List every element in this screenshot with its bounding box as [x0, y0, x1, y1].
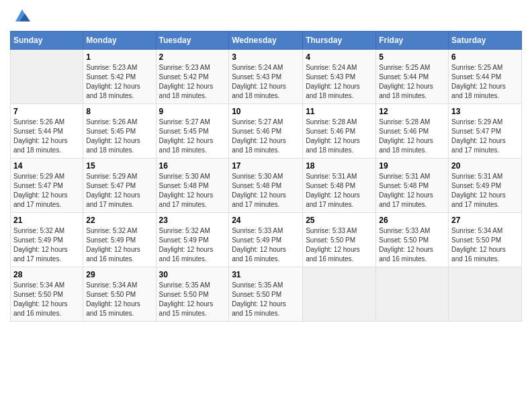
day-number: 12 — [379, 107, 445, 116]
day-number: 18 — [306, 161, 373, 171]
day-info: Sunrise: 5:26 AM Sunset: 5:44 PM Dayligh… — [13, 118, 80, 155]
day-number: 13 — [451, 107, 519, 116]
calendar-week-row: 7Sunrise: 5:26 AM Sunset: 5:44 PM Daylig… — [11, 104, 522, 158]
day-number: 10 — [232, 107, 300, 116]
day-number: 7 — [13, 107, 80, 116]
day-info: Sunrise: 5:29 AM Sunset: 5:47 PM Dayligh… — [451, 118, 519, 155]
calendar-cell: 7Sunrise: 5:26 AM Sunset: 5:44 PM Daylig… — [11, 104, 83, 158]
day-info: Sunrise: 5:33 AM Sunset: 5:50 PM Dayligh… — [379, 226, 445, 264]
calendar-week-row: 28Sunrise: 5:34 AM Sunset: 5:50 PM Dayli… — [11, 267, 522, 322]
calendar-cell: 3Sunrise: 5:24 AM Sunset: 5:43 PM Daylig… — [229, 50, 303, 104]
day-info: Sunrise: 5:26 AM Sunset: 5:45 PM Dayligh… — [86, 118, 152, 155]
calendar-cell: 11Sunrise: 5:28 AM Sunset: 5:46 PM Dayli… — [303, 104, 376, 158]
day-number: 19 — [379, 161, 445, 171]
day-info: Sunrise: 5:28 AM Sunset: 5:46 PM Dayligh… — [379, 118, 445, 155]
calendar-cell: 4Sunrise: 5:24 AM Sunset: 5:43 PM Daylig… — [303, 50, 376, 104]
calendar-cell: 31Sunrise: 5:35 AM Sunset: 5:50 PM Dayli… — [229, 267, 303, 322]
calendar-cell — [303, 267, 376, 322]
calendar-cell — [376, 267, 449, 322]
day-number: 31 — [232, 270, 300, 279]
calendar-cell: 18Sunrise: 5:31 AM Sunset: 5:48 PM Dayli… — [303, 158, 376, 213]
day-number: 3 — [232, 52, 300, 62]
calendar-day-header: Monday — [83, 32, 156, 50]
day-info: Sunrise: 5:27 AM Sunset: 5:46 PM Dayligh… — [232, 118, 300, 155]
day-info: Sunrise: 5:34 AM Sunset: 5:50 PM Dayligh… — [13, 281, 80, 318]
day-info: Sunrise: 5:32 AM Sunset: 5:49 PM Dayligh… — [159, 226, 226, 264]
calendar-day-header: Saturday — [449, 32, 522, 50]
day-number: 2 — [159, 52, 226, 62]
day-number: 26 — [379, 216, 445, 225]
calendar-week-row: 21Sunrise: 5:32 AM Sunset: 5:49 PM Dayli… — [11, 213, 522, 267]
day-number: 30 — [159, 270, 226, 279]
day-number: 9 — [159, 107, 226, 116]
day-number: 20 — [451, 161, 519, 171]
calendar-cell: 25Sunrise: 5:33 AM Sunset: 5:50 PM Dayli… — [303, 213, 376, 267]
day-number: 22 — [86, 216, 152, 225]
calendar-cell: 1Sunrise: 5:23 AM Sunset: 5:42 PM Daylig… — [83, 50, 156, 104]
calendar-cell: 21Sunrise: 5:32 AM Sunset: 5:49 PM Dayli… — [11, 213, 83, 267]
calendar-cell: 10Sunrise: 5:27 AM Sunset: 5:46 PM Dayli… — [229, 104, 303, 158]
calendar-cell: 5Sunrise: 5:25 AM Sunset: 5:44 PM Daylig… — [376, 50, 449, 104]
day-number: 15 — [86, 161, 152, 171]
day-number: 27 — [451, 216, 519, 225]
day-number: 29 — [86, 270, 152, 279]
calendar-day-header: Tuesday — [156, 32, 229, 50]
calendar-day-header: Friday — [376, 32, 449, 50]
calendar-table: SundayMondayTuesdayWednesdayThursdayFrid… — [10, 31, 522, 322]
day-number: 1 — [86, 52, 152, 62]
day-info: Sunrise: 5:23 AM Sunset: 5:42 PM Dayligh… — [159, 63, 226, 101]
day-number: 11 — [306, 107, 373, 116]
day-number: 6 — [451, 52, 519, 62]
calendar-day-header: Thursday — [303, 32, 376, 50]
day-info: Sunrise: 5:30 AM Sunset: 5:48 PM Dayligh… — [232, 172, 300, 210]
day-info: Sunrise: 5:33 AM Sunset: 5:50 PM Dayligh… — [306, 226, 373, 264]
day-number: 5 — [379, 52, 445, 62]
calendar-day-header: Sunday — [11, 32, 83, 50]
day-info: Sunrise: 5:32 AM Sunset: 5:49 PM Dayligh… — [13, 226, 80, 264]
calendar-cell: 19Sunrise: 5:31 AM Sunset: 5:48 PM Dayli… — [376, 158, 449, 213]
calendar-cell: 12Sunrise: 5:28 AM Sunset: 5:46 PM Dayli… — [376, 104, 449, 158]
calendar-cell: 30Sunrise: 5:35 AM Sunset: 5:50 PM Dayli… — [156, 267, 229, 322]
calendar-cell: 29Sunrise: 5:34 AM Sunset: 5:50 PM Dayli… — [83, 267, 156, 322]
day-info: Sunrise: 5:24 AM Sunset: 5:43 PM Dayligh… — [232, 63, 300, 101]
day-info: Sunrise: 5:30 AM Sunset: 5:48 PM Dayligh… — [159, 172, 226, 210]
day-number: 28 — [13, 270, 80, 279]
day-info: Sunrise: 5:33 AM Sunset: 5:49 PM Dayligh… — [232, 226, 300, 264]
calendar-cell: 27Sunrise: 5:34 AM Sunset: 5:50 PM Dayli… — [449, 213, 522, 267]
day-info: Sunrise: 5:29 AM Sunset: 5:47 PM Dayligh… — [13, 172, 80, 210]
calendar-cell: 28Sunrise: 5:34 AM Sunset: 5:50 PM Dayli… — [11, 267, 83, 322]
page-header — [10, 7, 522, 26]
day-info: Sunrise: 5:25 AM Sunset: 5:44 PM Dayligh… — [451, 63, 519, 101]
calendar-cell: 2Sunrise: 5:23 AM Sunset: 5:42 PM Daylig… — [156, 50, 229, 104]
day-info: Sunrise: 5:24 AM Sunset: 5:43 PM Dayligh… — [306, 63, 373, 101]
calendar-cell — [449, 267, 522, 322]
day-number: 21 — [13, 216, 80, 225]
calendar-cell — [11, 50, 83, 104]
day-number: 24 — [232, 216, 300, 225]
calendar-cell: 17Sunrise: 5:30 AM Sunset: 5:48 PM Dayli… — [229, 158, 303, 213]
day-info: Sunrise: 5:25 AM Sunset: 5:44 PM Dayligh… — [379, 63, 445, 101]
day-info: Sunrise: 5:31 AM Sunset: 5:49 PM Dayligh… — [451, 172, 519, 210]
calendar-header-row: SundayMondayTuesdayWednesdayThursdayFrid… — [11, 32, 522, 50]
calendar-cell: 26Sunrise: 5:33 AM Sunset: 5:50 PM Dayli… — [376, 213, 449, 267]
day-number: 23 — [159, 216, 226, 225]
logo-icon — [13, 7, 32, 26]
calendar-cell: 8Sunrise: 5:26 AM Sunset: 5:45 PM Daylig… — [83, 104, 156, 158]
day-info: Sunrise: 5:29 AM Sunset: 5:47 PM Dayligh… — [86, 172, 152, 210]
day-info: Sunrise: 5:31 AM Sunset: 5:48 PM Dayligh… — [306, 172, 373, 210]
day-info: Sunrise: 5:32 AM Sunset: 5:49 PM Dayligh… — [86, 226, 152, 264]
day-number: 16 — [159, 161, 226, 171]
calendar-day-header: Wednesday — [229, 32, 303, 50]
calendar-cell: 13Sunrise: 5:29 AM Sunset: 5:47 PM Dayli… — [449, 104, 522, 158]
calendar-cell: 14Sunrise: 5:29 AM Sunset: 5:47 PM Dayli… — [11, 158, 83, 213]
day-info: Sunrise: 5:34 AM Sunset: 5:50 PM Dayligh… — [86, 281, 152, 318]
day-info: Sunrise: 5:34 AM Sunset: 5:50 PM Dayligh… — [451, 226, 519, 264]
day-info: Sunrise: 5:31 AM Sunset: 5:48 PM Dayligh… — [379, 172, 445, 210]
logo — [10, 7, 32, 26]
calendar-cell: 15Sunrise: 5:29 AM Sunset: 5:47 PM Dayli… — [83, 158, 156, 213]
day-info: Sunrise: 5:35 AM Sunset: 5:50 PM Dayligh… — [159, 281, 226, 318]
day-number: 4 — [306, 52, 373, 62]
calendar-cell: 9Sunrise: 5:27 AM Sunset: 5:45 PM Daylig… — [156, 104, 229, 158]
calendar-cell: 16Sunrise: 5:30 AM Sunset: 5:48 PM Dayli… — [156, 158, 229, 213]
calendar-cell: 23Sunrise: 5:32 AM Sunset: 5:49 PM Dayli… — [156, 213, 229, 267]
